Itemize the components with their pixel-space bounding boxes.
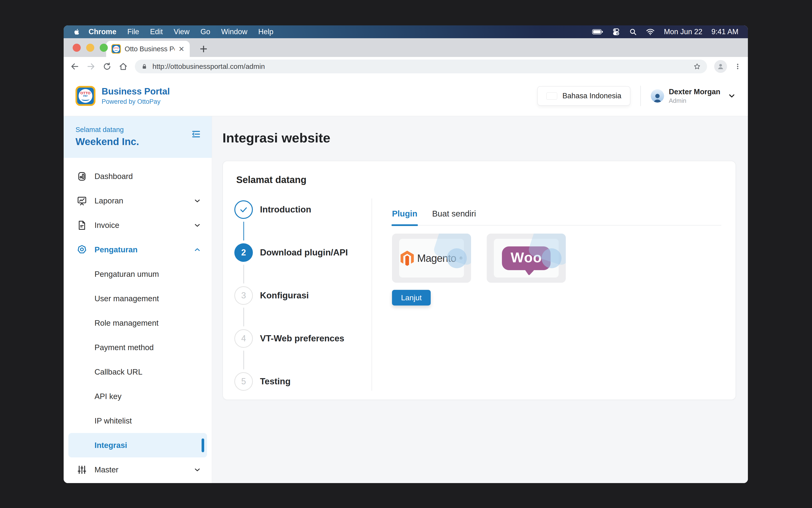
- step-label: Testing: [260, 377, 291, 386]
- minimize-window-button[interactable]: [86, 44, 94, 52]
- browser-tabstrip: OTTO Otto Business Portal ✕ +: [63, 38, 748, 57]
- step-label: Konfigurasi: [260, 291, 309, 300]
- plugin-card-magento[interactable]: Magento ®: [392, 234, 471, 283]
- dashboard-icon: [77, 171, 87, 182]
- control-center-icon[interactable]: [612, 28, 620, 36]
- step-label: Introduction: [260, 205, 311, 215]
- back-icon[interactable]: [70, 62, 79, 71]
- user-avatar[interactable]: [651, 89, 664, 102]
- sidebar-subitem-integrasi[interactable]: Integrasi: [69, 433, 207, 458]
- continue-button[interactable]: Lanjut: [392, 290, 431, 305]
- logo-pay-text: PAY: [83, 95, 88, 97]
- forward-icon[interactable]: [86, 62, 95, 71]
- settings-icon: [77, 244, 87, 255]
- menubar-item-go[interactable]: Go: [195, 28, 216, 36]
- subitem-label: Payment method: [94, 343, 154, 352]
- zoom-window-button[interactable]: [100, 44, 108, 52]
- spotlight-search-icon[interactable]: [629, 28, 637, 36]
- apple-menu-icon[interactable]: [73, 28, 81, 36]
- step-content: Plugin Buat sendiri: [372, 194, 721, 395]
- company-name: Weekend Inc.: [76, 136, 201, 147]
- battery-icon[interactable]: [592, 29, 603, 35]
- card-decoration-circle: [447, 248, 467, 268]
- tab-buat-sendiri[interactable]: Buat sendiri: [432, 209, 476, 225]
- close-window-button[interactable]: [73, 44, 81, 52]
- tab-plugin[interactable]: Plugin: [392, 209, 417, 225]
- sidebar-item-invoice[interactable]: Invoice: [63, 213, 212, 238]
- wifi-icon[interactable]: [646, 28, 655, 35]
- sidebar-subitem-role-management[interactable]: Role management: [63, 311, 212, 335]
- subitem-label: User management: [94, 294, 159, 303]
- step-vt-web-preferences[interactable]: 4 VT-Web preferences: [233, 317, 372, 360]
- browser-toolbar: http://ottobusinessportal.com/admin: [63, 57, 748, 76]
- welcome-label: Selamat datang: [76, 126, 201, 134]
- main-content: Integrasi website Selamat datang Introdu…: [212, 116, 748, 483]
- menubar-item-file[interactable]: File: [122, 28, 144, 36]
- sidebar-subitem-ip-whitelist[interactable]: IP whitelist: [63, 409, 212, 433]
- tab-close-icon[interactable]: ✕: [178, 45, 184, 53]
- ottopay-favicon: OTTO: [111, 44, 121, 54]
- plugin-card-woocommerce[interactable]: Woo: [487, 234, 566, 283]
- sidebar-subitem-user-management[interactable]: User management: [63, 286, 212, 311]
- step-number: 3: [234, 286, 253, 305]
- sidebar-item-label: Master: [94, 465, 119, 474]
- brand-subtitle: Powered by OttoPay: [101, 98, 170, 105]
- menubar-item-view[interactable]: View: [168, 28, 195, 36]
- step-konfigurasi[interactable]: 3 Konfigurasi: [233, 274, 372, 317]
- sidebar: Selamat datang Weekend Inc. Dashboard La…: [63, 116, 212, 483]
- menubar-date[interactable]: Mon Jun 22: [664, 28, 702, 36]
- sidebar-item-pengaturan[interactable]: Pengaturan: [63, 238, 212, 262]
- sidebar-item-master[interactable]: Master: [63, 458, 212, 482]
- card-decoration-circle: [542, 248, 561, 268]
- browser-profile-icon[interactable]: [714, 60, 727, 73]
- bookmark-star-icon[interactable]: [693, 63, 701, 70]
- url-text: http://ottobusinessportal.com/admin: [153, 62, 689, 71]
- plugin-tabs: Plugin Buat sendiri: [392, 209, 721, 225]
- sidebar-item-label: Laporan: [94, 196, 123, 205]
- language-selector-button[interactable]: Bahasa Indonesia: [537, 86, 630, 105]
- subitem-label: Pengaturan umum: [94, 270, 159, 279]
- header-divider: [640, 86, 641, 106]
- collapse-sidebar-icon[interactable]: [190, 129, 201, 139]
- subitem-label: Callback URL: [94, 368, 142, 377]
- mac-screen: Chrome File Edit View Go Window Help Mon…: [63, 26, 748, 483]
- step-testing[interactable]: 5 Testing: [233, 360, 372, 403]
- home-icon[interactable]: [119, 62, 128, 71]
- sidebar-menu: Dashboard Laporan Invoice: [63, 158, 212, 482]
- chevron-down-icon: [193, 221, 201, 229]
- sidebar-subitem-pengaturan-umum[interactable]: Pengaturan umum: [63, 262, 212, 286]
- step-check-icon: [234, 200, 253, 219]
- subitem-label: Integrasi: [94, 441, 127, 450]
- step-download-plugin-api[interactable]: 2 Download plugin/API: [233, 231, 372, 274]
- sidebar-subitem-payment-method[interactable]: Payment method: [63, 335, 212, 359]
- menubar-item-chrome[interactable]: Chrome: [83, 28, 122, 36]
- lock-icon[interactable]: [141, 63, 148, 70]
- address-bar[interactable]: http://ottobusinessportal.com/admin: [135, 59, 707, 73]
- sidebar-subitem-callback-url[interactable]: Callback URL: [63, 359, 212, 384]
- reload-icon[interactable]: [102, 62, 112, 71]
- step-introduction[interactable]: Introduction: [233, 188, 372, 231]
- sidebar-item-label: Invoice: [94, 221, 119, 230]
- ottopay-logo: OTTO PAY: [76, 86, 95, 106]
- brand-title: Business Portal: [101, 86, 170, 97]
- sidebar-item-laporan[interactable]: Laporan: [63, 188, 212, 213]
- browser-tab[interactable]: OTTO Otto Business Portal ✕: [106, 41, 190, 57]
- menubar-item-edit[interactable]: Edit: [144, 28, 168, 36]
- sidebar-item-dashboard[interactable]: Dashboard: [63, 164, 212, 188]
- new-tab-button[interactable]: +: [200, 42, 208, 55]
- menubar-item-window[interactable]: Window: [216, 28, 253, 36]
- sidebar-subitem-api-key[interactable]: API key: [63, 384, 212, 409]
- user-block[interactable]: Dexter Morgan Admin: [669, 88, 720, 104]
- macos-menubar: Chrome File Edit View Go Window Help Mon…: [63, 26, 748, 38]
- indonesia-flag-icon: [546, 92, 557, 100]
- menubar-item-help[interactable]: Help: [253, 28, 279, 36]
- brand-block: Business Portal Powered by OttoPay: [101, 86, 170, 105]
- card-title: Selamat datang: [233, 174, 721, 185]
- browser-menu-icon[interactable]: [734, 63, 741, 70]
- page-title: Integrasi website: [222, 130, 736, 145]
- sidebar-welcome: Selamat datang Weekend Inc.: [63, 116, 212, 158]
- menubar-time[interactable]: 9:41 AM: [711, 28, 738, 36]
- logo-smile-arc: [81, 97, 89, 101]
- user-menu-chevron-down-icon[interactable]: [727, 92, 736, 100]
- logo-otto-text: OTTO: [80, 91, 90, 95]
